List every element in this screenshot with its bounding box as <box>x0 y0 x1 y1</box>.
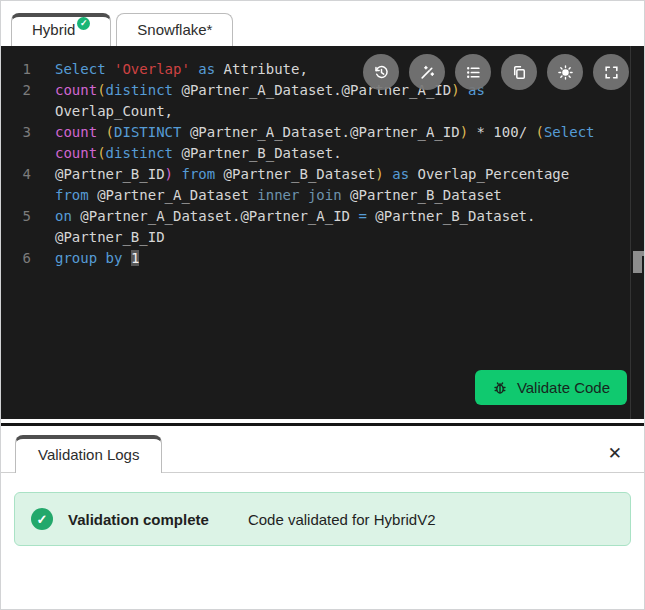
line-number <box>1 227 31 248</box>
code-row: @Partner_B_ID <box>1 227 626 248</box>
tab-snowflake[interactable]: Snowflake* <box>116 13 233 46</box>
code-token: by <box>106 250 123 266</box>
copy-icon[interactable] <box>501 54 537 90</box>
close-icon[interactable]: ✕ <box>608 445 622 462</box>
code-token: ( <box>97 82 105 98</box>
code-token: from <box>181 166 215 182</box>
history-icon[interactable] <box>363 54 399 90</box>
code-token: Overlap_Count, <box>55 103 173 119</box>
code-token: join <box>308 187 342 203</box>
tab-snowflake-label: Snowflake* <box>137 22 212 37</box>
code-token: on <box>55 208 72 224</box>
editor-scrollbar-track <box>630 46 631 419</box>
code-token: ) <box>375 166 383 182</box>
code-token: as <box>198 61 215 77</box>
code-token: 1 <box>131 250 139 266</box>
code-token: @Partner_A_Dataset <box>89 187 258 203</box>
validate-code-button[interactable]: Validate Code <box>475 370 627 405</box>
tab-hybrid[interactable]: Hybrid ✓ <box>11 13 111 46</box>
tab-hybrid-label: Hybrid <box>32 22 75 37</box>
code-token: Select <box>544 124 595 140</box>
code-token: @Partner_B_Dataset <box>342 187 502 203</box>
code-token: ( <box>536 124 544 140</box>
code-token: group <box>55 250 97 266</box>
code-token: Select <box>55 61 106 77</box>
code-token: count <box>55 82 97 98</box>
line-number: 1 <box>1 59 31 80</box>
code-token: @Partner_B_ID <box>55 166 165 182</box>
code-editor[interactable]: 1Select 'Overlap' as Attribute,2count(di… <box>1 46 644 419</box>
code-row: from @Partner_A_Dataset inner join @Part… <box>1 185 626 206</box>
code-token <box>299 187 307 203</box>
code-token: Attribute, <box>215 61 308 77</box>
line-number <box>1 143 31 164</box>
code-token: DISTINCT <box>114 124 181 140</box>
validate-code-label: Validate Code <box>517 379 610 396</box>
code-token: ( <box>97 145 105 161</box>
line-number: 5 <box>1 206 31 227</box>
brightness-icon[interactable] <box>547 54 583 90</box>
line-number: 4 <box>1 164 31 185</box>
code-token: as <box>392 166 409 182</box>
code-token: @Partner_A_Dataset.@Partner_A_ID <box>72 208 359 224</box>
validation-logs-label: Validation Logs <box>38 446 139 463</box>
code-row: count(distinct @Partner_B_Dataset. <box>1 143 626 164</box>
code-token: distinct <box>106 145 173 161</box>
check-badge-icon: ✓ <box>77 17 90 30</box>
code-area[interactable]: 1Select 'Overlap' as Attribute,2count(di… <box>1 59 626 269</box>
code-token: @Partner_A_Dataset.@Partner_A_ID <box>181 124 459 140</box>
code-token: ( <box>106 124 114 140</box>
code-token <box>106 61 114 77</box>
alert-title: Validation complete <box>68 511 209 528</box>
code-token <box>97 124 105 140</box>
code-token: ) <box>460 124 468 140</box>
code-token: count <box>55 124 97 140</box>
code-token: @Partner_B_Dataset. <box>367 208 536 224</box>
tab-validation-logs[interactable]: Validation Logs <box>15 435 162 473</box>
code-token: 'Overlap' <box>114 61 190 77</box>
editor-toolbar <box>363 54 629 90</box>
line-number <box>1 101 31 122</box>
check-circle-icon: ✓ <box>31 508 53 530</box>
code-row: 4@Partner_B_ID) from @Partner_B_Dataset)… <box>1 164 626 185</box>
code-row: 5on @Partner_A_Dataset.@Partner_A_ID = @… <box>1 206 626 227</box>
line-number: 3 <box>1 122 31 143</box>
fullscreen-icon[interactable] <box>593 54 629 90</box>
code-row: 6group by 1 <box>1 248 626 269</box>
code-token <box>97 250 105 266</box>
bug-icon <box>492 380 508 396</box>
code-row: Overlap_Count, <box>1 101 626 122</box>
line-number: 6 <box>1 248 31 269</box>
list-icon[interactable] <box>455 54 491 90</box>
code-token: * 100/ <box>468 124 535 140</box>
editor-scrollbar-thumb[interactable] <box>633 251 642 273</box>
line-number <box>1 185 31 206</box>
code-token <box>384 166 392 182</box>
line-number: 2 <box>1 80 31 101</box>
editor-tab-bar: Hybrid ✓ Snowflake* <box>1 1 644 46</box>
code-token: @Partner_B_ID <box>55 229 165 245</box>
code-token: Overlap_Percentage <box>409 166 569 182</box>
code-token: count <box>55 145 97 161</box>
code-row: 3count (DISTINCT @Partner_A_Dataset.@Par… <box>1 122 626 143</box>
validation-logs-header: Validation Logs ✕ <box>1 426 644 473</box>
code-token <box>122 250 130 266</box>
code-token: @Partner_B_Dataset. <box>173 145 342 161</box>
alert-message: Code validated for HybridV2 <box>248 511 436 528</box>
magic-wand-icon[interactable] <box>409 54 445 90</box>
app-window: Hybrid ✓ Snowflake* 1Select 'Overlap' as… <box>0 0 645 610</box>
code-token: = <box>358 208 366 224</box>
code-token: from <box>55 187 89 203</box>
code-token: inner <box>257 187 299 203</box>
code-token: ) <box>165 166 173 182</box>
code-token: @Partner_B_Dataset <box>215 166 375 182</box>
code-token: distinct <box>106 82 173 98</box>
validation-success-alert: ✓ Validation complete Code validated for… <box>14 492 631 546</box>
